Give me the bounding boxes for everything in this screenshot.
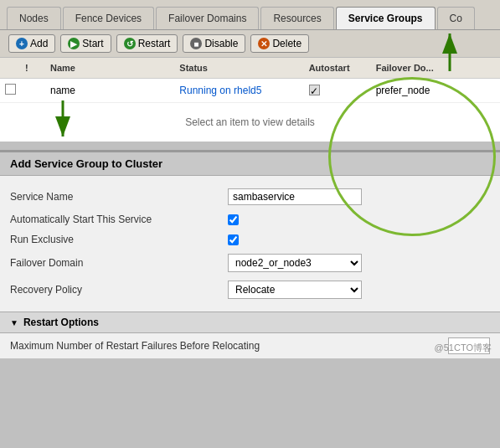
form-row-service-name: Service Name	[10, 184, 490, 209]
label-autostart: Automatically Start This Service	[10, 214, 228, 225]
value-service-name	[228, 188, 490, 205]
service-groups-table: ! Name Status Autostart Failover Do... n…	[0, 58, 500, 142]
disable-icon: ■	[190, 38, 202, 49]
start-icon: ▶	[68, 38, 80, 49]
value-failover-domain: node2_or_node3	[228, 254, 490, 272]
form-row-exclusive: Run Exclusive	[10, 229, 490, 250]
row-exclamation	[20, 88, 45, 93]
value-exclusive	[228, 234, 490, 245]
tab-failover-domains[interactable]: Failover Domains	[156, 7, 259, 29]
col-checkbox	[0, 60, 20, 75]
disable-button[interactable]: ■ Disable	[183, 34, 245, 53]
label-recovery-policy: Recovery Policy	[10, 284, 228, 296]
col-failover: Failover Do...	[371, 60, 500, 75]
checkbox-exclusive[interactable]	[228, 234, 239, 245]
restart-section-header: Restart Options	[0, 312, 500, 333]
add-icon: +	[16, 38, 28, 49]
toolbar: + Add ▶ Start ↺ Restart ■ Disable ✕ Dele…	[0, 30, 500, 58]
row-status: Running on rheld5	[174, 82, 303, 99]
col-status: Status	[174, 60, 303, 75]
value-autostart	[228, 214, 490, 225]
restart-icon: ↺	[124, 38, 136, 49]
form-row-failover-domain: Failover Domain node2_or_node3	[10, 250, 490, 276]
form-area: Service Name Automatically Start This Se…	[0, 176, 500, 312]
row-checkbox[interactable]	[0, 81, 20, 100]
row-name: name	[45, 82, 174, 99]
tab-co[interactable]: Co	[437, 7, 475, 29]
col-autostart: Autostart	[304, 60, 371, 75]
select-failover-domain[interactable]: node2_or_node3	[228, 254, 362, 272]
tab-nodes[interactable]: Nodes	[7, 7, 61, 29]
restart-button[interactable]: ↺ Restart	[116, 34, 178, 53]
table-row[interactable]: name Running on rheld5 ✓ prefer_node	[0, 79, 500, 103]
label-exclusive: Run Exclusive	[10, 234, 228, 245]
value-recovery-policy: Relocate	[228, 281, 490, 299]
tab-bar: Nodes Fence Devices Failover Domains Res…	[0, 0, 500, 30]
panel-title: Add Service Group to Cluster	[0, 152, 500, 176]
restart-label: Maximum Number of Restart Failures Befor…	[10, 340, 423, 352]
row-autostart: ✓	[304, 82, 371, 100]
tab-service-groups[interactable]: Service Groups	[336, 7, 436, 29]
form-row-recovery-policy: Recovery Policy Relocate	[10, 276, 490, 303]
tab-fence-devices[interactable]: Fence Devices	[63, 7, 154, 29]
label-service-name: Service Name	[10, 191, 228, 203]
row-failover: prefer_node	[371, 82, 500, 99]
tab-resources[interactable]: Resources	[260, 7, 333, 29]
col-name: Name	[45, 60, 174, 75]
select-hint: Select an item to view details	[0, 103, 500, 142]
checkbox-autostart[interactable]	[228, 214, 239, 225]
input-service-name[interactable]	[228, 188, 362, 205]
start-button[interactable]: ▶ Start	[60, 34, 111, 53]
watermark: @51CTO博客	[435, 342, 492, 354]
add-button[interactable]: + Add	[8, 34, 55, 53]
label-failover-domain: Failover Domain	[10, 257, 228, 269]
delete-button[interactable]: ✕ Delete	[250, 34, 309, 53]
form-row-autostart: Automatically Start This Service	[10, 209, 490, 229]
table-header: ! Name Status Autostart Failover Do...	[0, 58, 500, 79]
col-exclamation: !	[20, 60, 45, 75]
select-recovery-policy[interactable]: Relocate	[228, 281, 362, 299]
add-service-group-panel: Add Service Group to Cluster Service Nam…	[0, 150, 500, 358]
delete-icon: ✕	[258, 38, 270, 49]
restart-form-row: Maximum Number of Restart Failures Befor…	[0, 333, 500, 358]
